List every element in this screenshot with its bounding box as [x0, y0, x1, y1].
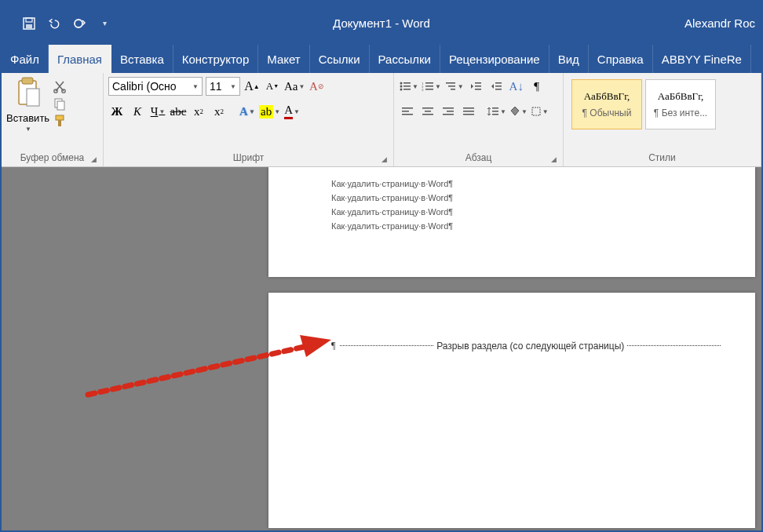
underline-button[interactable]: Ч▼ — [149, 103, 166, 120]
numbering-button[interactable]: 123▼ — [422, 78, 441, 95]
sort-icon[interactable]: A↓ — [508, 78, 525, 95]
line-spacing-icon[interactable]: ▼ — [487, 103, 506, 120]
style-nospacing[interactable]: АаБбВвГг, ¶ Без инте... — [645, 79, 716, 129]
font-size-select[interactable]: 11▼ — [206, 77, 240, 96]
clear-format-icon[interactable]: A⊘ — [308, 78, 325, 95]
align-left-icon[interactable] — [399, 103, 416, 120]
bold-button[interactable]: Ж — [108, 103, 126, 120]
svg-rect-38 — [425, 111, 431, 112]
svg-rect-48 — [492, 114, 498, 115]
strike-button[interactable]: abc — [170, 103, 187, 120]
clipboard-launcher-icon[interactable]: ◢ — [91, 155, 97, 163]
tab-insert[interactable]: Вставка — [111, 45, 173, 73]
svg-rect-43 — [463, 107, 474, 109]
indent-increase-icon[interactable] — [487, 78, 505, 95]
tab-references[interactable]: Ссылки — [310, 45, 370, 73]
svg-rect-18 — [403, 89, 411, 90]
paragraph[interactable]: Как·удалить·страницу·в·Word¶ — [331, 219, 692, 233]
svg-point-15 — [400, 86, 403, 88]
quick-access-toolbar: ▾ — [8, 16, 111, 31]
svg-rect-42 — [443, 114, 454, 115]
paragraph[interactable]: Как·удалить·страницу·в·Word¶ — [331, 205, 692, 219]
copy-icon[interactable] — [53, 97, 67, 111]
group-font: Calibri (Осно▼ 11▼ A▲ A▼ Aa▼ A⊘ Ж К Ч▼ a… — [104, 73, 394, 166]
bullets-button[interactable]: ▼ — [399, 78, 418, 95]
tab-review[interactable]: Рецензирование — [440, 45, 549, 73]
para-launcher-icon[interactable]: ◢ — [551, 155, 557, 163]
font-color-button[interactable]: A▼ — [283, 103, 301, 120]
svg-rect-36 — [402, 114, 413, 115]
ribbon-tabs: Файл Главная Вставка Конструктор Макет С… — [2, 45, 761, 73]
window-title: Документ1 - Word — [333, 16, 430, 30]
multilevel-button[interactable]: ▼ — [444, 78, 464, 95]
superscript-button[interactable]: x2 — [210, 103, 228, 120]
svg-rect-31 — [495, 82, 502, 84]
italic-button[interactable]: К — [129, 103, 146, 120]
svg-rect-45 — [463, 114, 474, 115]
tab-design[interactable]: Конструктор — [173, 45, 259, 73]
section-break-marker[interactable]: ¶ Разрыв раздела (со следующей страницы) — [331, 340, 724, 352]
svg-rect-28 — [475, 82, 481, 84]
svg-rect-30 — [475, 89, 481, 90]
tab-mailings[interactable]: Рассылки — [370, 45, 440, 73]
align-right-icon[interactable] — [440, 103, 457, 120]
svg-rect-35 — [402, 111, 409, 112]
group-styles-label: Стили — [568, 151, 756, 165]
style-normal[interactable]: АаБбВвГг, ¶ Обычный — [571, 79, 642, 129]
qat-customize-icon[interactable]: ▾ — [97, 16, 111, 31]
font-launcher-icon[interactable]: ◢ — [382, 155, 387, 163]
svg-rect-34 — [402, 107, 413, 109]
svg-rect-16 — [403, 86, 411, 87]
tab-home[interactable]: Главная — [49, 45, 111, 73]
tab-view[interactable]: Вид — [549, 45, 589, 73]
svg-rect-10 — [57, 101, 64, 110]
svg-rect-32 — [495, 86, 502, 87]
shading-button[interactable]: ▼ — [509, 103, 528, 120]
svg-rect-47 — [492, 111, 498, 112]
user-name: Alexandr Roc — [685, 16, 755, 30]
svg-rect-37 — [422, 107, 433, 109]
document-area[interactable]: Как·удалить·страницу·в·Word¶ Как·удалить… — [2, 167, 761, 530]
page-2[interactable]: ¶ Разрыв раздела (со следующей страницы) — [268, 293, 755, 528]
paragraph[interactable]: Как·удалить·страницу·в·Word¶ — [331, 191, 692, 205]
change-case-button[interactable]: Aa▼ — [284, 78, 305, 95]
text-effects-button[interactable]: A▼ — [239, 103, 256, 120]
svg-point-13 — [400, 82, 403, 85]
highlight-button[interactable]: ab▼ — [259, 103, 280, 120]
svg-rect-12 — [58, 120, 61, 126]
svg-rect-49 — [532, 107, 540, 115]
save-icon[interactable] — [22, 16, 36, 31]
align-justify-icon[interactable] — [460, 103, 477, 120]
tab-abbyy[interactable]: ABBYY FineRe — [653, 45, 751, 73]
tab-file[interactable]: Файл — [2, 45, 49, 73]
subscript-button[interactable]: x2 — [190, 103, 207, 120]
indent-decrease-icon[interactable] — [467, 78, 484, 95]
borders-button[interactable]: ▼ — [531, 103, 549, 120]
svg-rect-44 — [463, 111, 474, 112]
align-center-icon[interactable] — [419, 103, 436, 120]
tab-help[interactable]: Справка — [589, 45, 653, 73]
paragraph[interactable]: Как·удалить·страницу·в·Word¶ — [331, 177, 692, 191]
shrink-font-icon[interactable]: A▼ — [264, 78, 281, 95]
svg-rect-25 — [446, 82, 455, 84]
svg-rect-29 — [475, 86, 481, 87]
svg-point-3 — [75, 20, 82, 27]
title-bar: ▾ Документ1 - Word Alexandr Roc — [2, 2, 761, 45]
page-1[interactable]: Как·удалить·страницу·в·Word¶ Как·удалить… — [268, 167, 755, 277]
svg-rect-14 — [403, 82, 411, 84]
format-painter-icon[interactable] — [53, 114, 67, 128]
svg-rect-41 — [447, 111, 454, 112]
cut-icon[interactable] — [53, 79, 67, 93]
redo-icon[interactable] — [72, 16, 86, 31]
group-clipboard-label: Буфер обмена◢ — [6, 151, 98, 165]
group-paragraph: ▼ 123▼ ▼ A↓ ¶ ▼ ▼ ▼ Абзац◢ — [394, 73, 564, 166]
svg-rect-39 — [422, 114, 433, 115]
undo-icon[interactable] — [47, 16, 61, 31]
paste-button[interactable]: Вставить ▼ — [6, 76, 49, 133]
tab-layout[interactable]: Макет — [258, 45, 309, 73]
show-marks-icon[interactable]: ¶ — [528, 78, 546, 95]
group-font-label: Шрифт◢ — [108, 151, 389, 165]
group-paragraph-label: Абзац◢ — [399, 151, 558, 165]
grow-font-icon[interactable]: A▲ — [243, 78, 261, 95]
font-name-select[interactable]: Calibri (Осно▼ — [108, 77, 203, 96]
